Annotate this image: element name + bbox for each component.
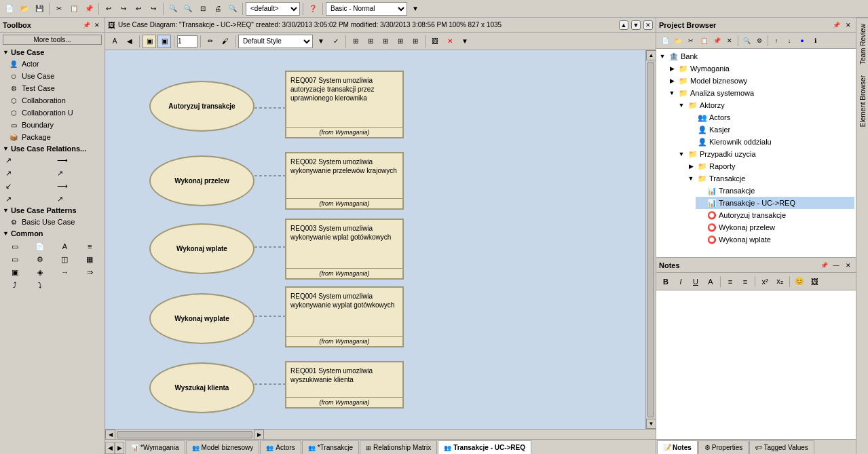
collaboration-u-item[interactable]: ⬡ Collaboration U <box>5 107 105 119</box>
common-item-8[interactable]: ▦ <box>77 253 102 265</box>
zoom-out-btn[interactable]: 🔍 <box>181 2 195 16</box>
boundary-item[interactable]: ▭ Boundary <box>5 119 105 131</box>
rel-item-6[interactable]: ⟶ <box>54 180 105 192</box>
notes-sup-btn[interactable]: x² <box>758 275 772 288</box>
diagram-maximize-btn[interactable]: ▲ <box>619 20 628 30</box>
undo2-btn[interactable]: ↩ <box>132 2 145 16</box>
view-down-btn[interactable]: ▼ <box>409 2 422 16</box>
box-req002[interactable]: REQ002 System umozliwia wykonywanie prze… <box>285 152 404 210</box>
pb-pin-btn[interactable]: 📌 <box>831 20 841 30</box>
open-btn[interactable]: 📂 <box>18 2 31 16</box>
tree-przypadki[interactable]: ▼ 📁 Przypadki uzycia <box>677 148 854 160</box>
box-req003[interactable]: REQ003 System umozliwia wykonywanie wpla… <box>285 219 404 280</box>
tree-raporty[interactable]: ▶ 📁 Raporty <box>686 160 854 172</box>
tab-transakcje[interactable]: 👥 *Transakcje <box>302 440 359 454</box>
notes-bold-btn[interactable]: B <box>659 275 673 288</box>
pb-cut-btn[interactable]: ✂ <box>685 35 697 47</box>
test-case-item[interactable]: ⚙ Test Case <box>5 82 105 94</box>
save-btn[interactable]: 💾 <box>33 2 46 16</box>
common-item-6[interactable]: ⚙ <box>28 253 52 265</box>
tree-wplate-node[interactable]: ⭕ Wykonaj wplate <box>696 233 854 246</box>
tree-transakcje-folder-toggle[interactable]: ▼ <box>686 174 696 183</box>
pb-blue-btn[interactable]: ● <box>796 35 808 47</box>
notes-underline-btn[interactable]: U <box>689 275 702 288</box>
notes-tab-notes[interactable]: 📝 Notes <box>657 440 698 454</box>
h-scroll-thumb[interactable] <box>117 431 252 438</box>
zoom-in-btn[interactable]: 🔍 <box>166 2 180 16</box>
h-scroll-right[interactable]: ▶ <box>254 430 264 440</box>
ellipse-autoryzuj[interactable]: Autoryzuj transakcje <box>149 81 254 132</box>
tab-nav-next[interactable]: ▶ <box>115 442 124 454</box>
more-tools-button[interactable]: More tools... <box>3 35 102 45</box>
package-item[interactable]: 📦 Package <box>5 131 105 143</box>
common-item-11[interactable]: → <box>53 266 77 278</box>
redo2-btn[interactable]: ↪ <box>147 2 160 16</box>
layout3-btn[interactable]: ⊞ <box>379 35 392 48</box>
tree-aktorzy-folder[interactable]: ▼ 📁 Aktorzy <box>677 99 854 111</box>
rel-item-5[interactable]: ↙ <box>3 180 54 192</box>
pen-btn[interactable]: ✏ <box>204 35 217 48</box>
print-btn[interactable]: 🖨 <box>211 2 225 16</box>
diagram-close-btn[interactable]: ✕ <box>643 20 653 30</box>
paste-btn[interactable]: 📌 <box>82 2 96 16</box>
toolbox-pin-btn[interactable]: 📌 <box>81 20 91 30</box>
copy-btn[interactable]: 📋 <box>67 2 81 16</box>
rel-item-7[interactable]: ↗ <box>3 193 54 205</box>
common-item-5[interactable]: ▭ <box>3 253 27 265</box>
notes-emoji-btn[interactable]: 😊 <box>793 275 806 288</box>
view-dropdown[interactable]: Basic - Normal <box>326 2 407 16</box>
notes-close-btn[interactable]: ✕ <box>844 261 853 270</box>
tree-kasjer-node[interactable]: 👤 Kasjer <box>686 124 854 136</box>
rel-item-2[interactable]: ⟶ <box>54 154 105 166</box>
box-req001[interactable]: REQ001 System umozliwia wyszukiwanie kli… <box>285 361 404 409</box>
common-item-4[interactable]: ≡ <box>77 240 102 252</box>
tree-model-toggle[interactable]: ▶ <box>667 76 677 86</box>
canvas-area[interactable]: Autoryzuj transakcje REQ007 System umozl… <box>105 50 645 429</box>
common-item-9[interactable]: ▣ <box>3 266 27 278</box>
common-item-13[interactable]: ⤴ <box>3 279 27 291</box>
notes-tab-tagged[interactable]: 🏷 Tagged Values <box>749 440 814 454</box>
basic-use-case-item[interactable]: ⚙ Basic Use Case <box>5 216 105 228</box>
side-tab-element-browser[interactable]: Element Browser <box>856 70 868 132</box>
tree-przelew-node[interactable]: ⭕ Wykonaj przelew <box>696 221 854 233</box>
style-apply-btn[interactable]: ✓ <box>329 35 343 48</box>
color1-btn[interactable]: ▣ <box>143 35 156 48</box>
toolbox-close-btn[interactable]: ✕ <box>92 20 102 30</box>
profile-dropdown[interactable]: <default> <box>246 2 300 16</box>
tree-aktorzy-toggle[interactable]: ▼ <box>677 100 686 110</box>
tree-analiza[interactable]: ▼ 📁 Analiza systemowa <box>667 87 854 99</box>
pb-folder-btn[interactable]: 📁 <box>672 35 684 47</box>
notes-font-btn[interactable]: A <box>704 275 717 288</box>
tree-actors-node[interactable]: 👥 Actors <box>686 111 854 124</box>
pb-delete-btn[interactable]: ✕ <box>723 35 736 47</box>
tree-bank-toggle[interactable]: ▼ <box>658 52 667 61</box>
h-scroll-left[interactable]: ◀ <box>105 430 115 440</box>
tree-analiza-toggle[interactable]: ▼ <box>667 88 677 98</box>
tree-raporty-toggle[interactable]: ▶ <box>686 162 696 171</box>
notes-tab-properties[interactable]: ⚙ Properties <box>698 440 749 454</box>
style-arrow-btn[interactable]: ▼ <box>314 35 328 48</box>
tree-autoryzuj-node[interactable]: ⭕ Autoryzuj transakcje <box>696 209 854 221</box>
v-scroll-up[interactable]: ▲ <box>646 50 656 60</box>
common-item-12[interactable]: ⇒ <box>77 266 102 278</box>
tree-kierownik-node[interactable]: 👤 Kierownik oddzialu <box>686 136 854 148</box>
tree-transakcje-node[interactable]: 📊 Transakcje <box>696 185 854 197</box>
tab-transakcje-uc[interactable]: 👥 Transakcje - UC->REQ <box>438 440 531 454</box>
pb-settings-btn[interactable]: ⚙ <box>753 35 766 47</box>
zoom-fit-btn[interactable]: ⊡ <box>196 2 210 16</box>
filter-btn[interactable]: ▼ <box>458 35 472 48</box>
color2-btn[interactable]: ▣ <box>157 35 171 48</box>
tree-wymagania[interactable]: ▶ 📁 Wymagania <box>667 62 854 75</box>
tab-wymagania[interactable]: 📊 *Wymagania <box>125 440 185 454</box>
v-scroll-down[interactable]: ▼ <box>646 419 656 429</box>
style-dropdown[interactable]: Default Style <box>238 35 313 48</box>
actor-item[interactable]: 👤 Actor <box>5 58 105 70</box>
common-item-14[interactable]: ⤵ <box>28 279 52 291</box>
common-item-3[interactable]: A <box>53 240 77 252</box>
layout2-btn[interactable]: ⊞ <box>364 35 377 48</box>
redo-btn[interactable]: ↪ <box>117 2 130 16</box>
side-tab-team-review[interactable]: Team Review <box>856 18 868 70</box>
pb-up-btn[interactable]: ↑ <box>770 35 782 47</box>
pb-paste-btn[interactable]: 📌 <box>711 35 723 47</box>
use-case-patterns-section[interactable]: ▼ Use Case Patterns <box>0 205 105 216</box>
